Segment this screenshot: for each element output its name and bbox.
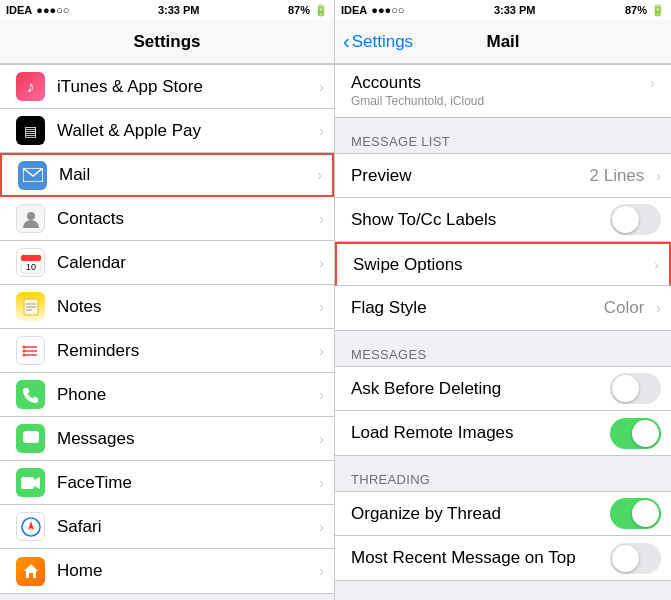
svg-rect-16 <box>21 477 34 489</box>
phone-chevron-icon: › <box>319 387 324 403</box>
home-icon <box>16 557 45 586</box>
ask-before-deleting-label: Ask Before Deleting <box>351 379 610 399</box>
safari-icon <box>16 512 45 541</box>
flag-style-label: Flag Style <box>351 298 604 318</box>
left-list-item-contacts[interactable]: Contacts› <box>0 197 334 241</box>
right-item-flag-style[interactable]: Flag StyleColor› <box>335 286 671 330</box>
left-status-left: IDEA ●●●○○ <box>6 4 70 16</box>
left-nav-title: Settings <box>133 32 200 52</box>
right-item-load-remote-images[interactable]: Load Remote Images <box>335 411 671 455</box>
right-item-swipe-options[interactable]: Swipe Options› <box>335 242 671 286</box>
right-status-left: IDEA ●●●○○ <box>341 4 405 16</box>
messages-chevron-icon: › <box>319 431 324 447</box>
organize-by-thread-toggle[interactable] <box>610 498 661 529</box>
load-remote-images-toggle[interactable] <box>610 418 661 449</box>
right-list: Accounts›Gmail Techuntold, iCloudMESSAGE… <box>335 64 671 600</box>
section-header-message-list: MESSAGE LIST <box>335 128 671 153</box>
right-status-right: 87% 🔋 <box>625 4 665 17</box>
left-carrier: IDEA <box>6 4 32 16</box>
calendar-label: Calendar <box>57 253 313 273</box>
section-header-threading: THREADING <box>335 466 671 491</box>
mail-icon <box>18 161 47 190</box>
mail-label: Mail <box>59 165 311 185</box>
preview-value: 2 Lines <box>590 166 645 186</box>
back-button[interactable]: ‹ Settings <box>343 30 413 53</box>
left-list-item-mail[interactable]: Mail› <box>0 153 334 197</box>
svg-point-14 <box>22 353 25 356</box>
svg-point-1 <box>27 212 35 220</box>
right-item-ask-before-deleting[interactable]: Ask Before Deleting <box>335 367 671 411</box>
left-list-item-notes[interactable]: Notes› <box>0 285 334 329</box>
back-label: Settings <box>352 32 413 52</box>
wallet-icon: ▤ <box>16 116 45 145</box>
right-sections-container: Accounts›Gmail Techuntold, iCloudMESSAGE… <box>335 64 671 581</box>
contacts-chevron-icon: › <box>319 211 324 227</box>
load-remote-images-label: Load Remote Images <box>351 423 610 443</box>
left-list-item-messages[interactable]: Messages› <box>0 417 334 461</box>
phone-label: Phone <box>57 385 313 405</box>
reminders-chevron-icon: › <box>319 343 324 359</box>
right-item-most-recent-on-top[interactable]: Most Recent Message on Top <box>335 536 671 580</box>
wallet-chevron-icon: › <box>319 123 324 139</box>
reminders-icon <box>16 336 45 365</box>
facetime-chevron-icon: › <box>319 475 324 491</box>
accounts-subtext: Gmail Techuntold, iCloud <box>351 94 484 108</box>
show-to-cc-toggle[interactable] <box>610 204 661 235</box>
left-list-item-calendar[interactable]: 10Calendar› <box>0 241 334 285</box>
right-item-preview[interactable]: Preview2 Lines› <box>335 154 671 198</box>
safari-label: Safari <box>57 517 313 537</box>
flag-style-chevron-icon: › <box>656 300 661 316</box>
right-item-accounts[interactable]: Accounts›Gmail Techuntold, iCloud <box>335 65 671 117</box>
left-list-item-home[interactable]: Home› <box>0 549 334 593</box>
section-wrapper-accounts: Accounts›Gmail Techuntold, iCloud <box>335 64 671 118</box>
most-recent-on-top-label: Most Recent Message on Top <box>351 548 610 568</box>
left-status-bar: IDEA ●●●○○ 3:33 PM 87% 🔋 <box>0 0 334 20</box>
right-signal: ●●●○○ <box>371 4 404 16</box>
flag-style-value: Color <box>604 298 645 318</box>
mail-chevron-icon: › <box>317 167 322 183</box>
left-list-section: ♪iTunes & App Store›▤Wallet & Apple Pay›… <box>0 64 334 594</box>
calendar-chevron-icon: › <box>319 255 324 271</box>
ask-before-deleting-toggle-knob <box>612 375 639 402</box>
section-divider-0 <box>335 118 671 128</box>
left-status-right: 87% 🔋 <box>288 4 328 17</box>
section-divider-1 <box>335 331 671 341</box>
home-label: Home <box>57 561 313 581</box>
left-list-item-wallet[interactable]: ▤Wallet & Apple Pay› <box>0 109 334 153</box>
swipe-options-chevron-icon: › <box>654 257 659 273</box>
right-item-organize-by-thread[interactable]: Organize by Thread <box>335 492 671 536</box>
right-item-show-to-cc[interactable]: Show To/Cc Labels <box>335 198 671 242</box>
left-list-item-itunes[interactable]: ♪iTunes & App Store› <box>0 65 334 109</box>
organize-by-thread-label: Organize by Thread <box>351 504 610 524</box>
left-list-item-facetime[interactable]: FaceTime› <box>0 461 334 505</box>
accounts-chevron-icon: › <box>650 75 655 91</box>
show-to-cc-label: Show To/Cc Labels <box>351 210 610 230</box>
left-list: ♪iTunes & App Store›▤Wallet & Apple Pay›… <box>0 64 334 600</box>
right-nav-title: Mail <box>486 32 519 52</box>
show-to-cc-toggle-knob <box>612 206 639 233</box>
section-header-messages: MESSAGES <box>335 341 671 366</box>
phone-icon <box>16 380 45 409</box>
calendar-icon: 10 <box>16 248 45 277</box>
most-recent-on-top-toggle[interactable] <box>610 543 661 574</box>
wallet-label: Wallet & Apple Pay <box>57 121 313 141</box>
left-list-item-safari[interactable]: Safari› <box>0 505 334 549</box>
left-nav-bar: Settings <box>0 20 334 64</box>
back-chevron-icon: ‹ <box>343 30 350 53</box>
svg-marker-22 <box>24 564 38 578</box>
left-list-item-phone[interactable]: Phone› <box>0 373 334 417</box>
left-panel: IDEA ●●●○○ 3:33 PM 87% 🔋 Settings ♪iTune… <box>0 0 335 600</box>
section-divider-2 <box>335 456 671 466</box>
svg-marker-17 <box>34 477 40 489</box>
left-list-wrapper: ♪iTunes & App Store›▤Wallet & Apple Pay›… <box>0 64 334 594</box>
left-signal: ●●●○○ <box>36 4 69 16</box>
messages-label: Messages <box>57 429 313 449</box>
reminders-label: Reminders <box>57 341 313 361</box>
safari-chevron-icon: › <box>319 519 324 535</box>
svg-text:10: 10 <box>25 262 35 272</box>
facetime-label: FaceTime <box>57 473 313 493</box>
home-chevron-icon: › <box>319 563 324 579</box>
ask-before-deleting-toggle[interactable] <box>610 373 661 404</box>
left-list-item-reminders[interactable]: Reminders› <box>0 329 334 373</box>
left-items-container: ♪iTunes & App Store›▤Wallet & Apple Pay›… <box>0 64 334 594</box>
